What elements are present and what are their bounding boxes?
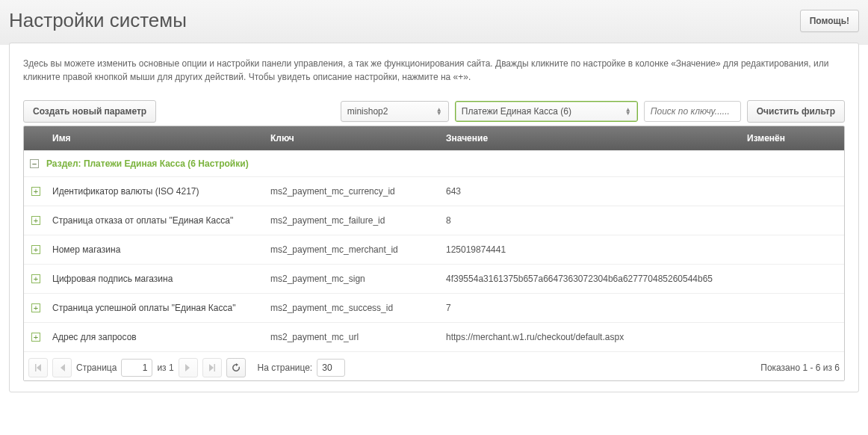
chevron-updown-icon: ▲▼ <box>625 108 631 115</box>
cell-name: Адрес для запросов <box>52 332 137 342</box>
panel-description: Здесь вы можете изменить основные опции … <box>23 57 845 84</box>
table-row[interactable]: Адрес для запросов ms2_payment_mc_url ht… <box>24 322 844 351</box>
cell-name: Страница успешной оплаты "Единая Касса" <box>52 303 235 313</box>
col-name-header[interactable]: Имя <box>45 126 263 150</box>
namespace-value: minishop2 <box>347 106 388 117</box>
page-title: Настройки системы <box>9 9 187 32</box>
cell-value[interactable]: 7 <box>444 303 734 313</box>
col-modified-header[interactable]: Изменён <box>740 126 844 150</box>
next-page-button[interactable] <box>179 358 198 377</box>
page-label: Страница <box>76 362 117 373</box>
expand-row-icon[interactable] <box>31 333 40 342</box>
chevron-updown-icon: ▲▼ <box>436 108 442 115</box>
cell-key: ms2_payment_mc_sign <box>269 274 444 284</box>
col-value-header[interactable]: Значение <box>438 126 740 150</box>
expand-row-icon[interactable] <box>31 303 40 312</box>
collapse-group-icon[interactable] <box>30 159 39 168</box>
cell-key: ms2_payment_mc_success_id <box>269 303 444 313</box>
table-row[interactable]: Страница отказа от оплаты "Единая Касса"… <box>24 206 844 235</box>
cell-name: Номер магазина <box>52 244 120 255</box>
group-row[interactable]: Раздел: Платежи Единая Касса (6 Настройк… <box>24 150 844 176</box>
cell-key: ms2_payment_mc_failure_id <box>269 215 444 226</box>
cell-value[interactable]: 4f39554a3161375b657a6647363072304b6a6277… <box>444 274 734 284</box>
col-key-header[interactable]: Ключ <box>263 126 438 150</box>
create-setting-button[interactable]: Создать новый параметр <box>23 100 156 123</box>
per-page-input[interactable] <box>317 359 345 377</box>
cell-name: Идентификатор валюты (ISO 4217) <box>52 186 199 197</box>
paging-toolbar: Страница из 1 На странице: Показано 1 - … <box>24 351 844 380</box>
expand-row-icon[interactable] <box>31 245 40 254</box>
table-row[interactable]: Цифровая подпись магазина ms2_payment_mc… <box>24 264 844 293</box>
page-of-label: из 1 <box>157 362 173 373</box>
table-row[interactable]: Идентификатор валюты (ISO 4217) ms2_paym… <box>24 176 844 206</box>
search-input[interactable] <box>644 101 741 122</box>
page-number-input[interactable] <box>121 359 152 377</box>
settings-grid: Имя Ключ Значение Изменён Раздел: Платеж… <box>23 126 845 381</box>
cell-value[interactable]: 643 <box>444 186 734 197</box>
grid-header: Имя Ключ Значение Изменён <box>24 126 844 150</box>
expand-row-icon[interactable] <box>31 274 40 283</box>
last-page-button[interactable] <box>202 358 222 377</box>
help-button[interactable]: Помощь! <box>800 10 859 32</box>
cell-key: ms2_payment_mc_merchant_id <box>269 244 444 255</box>
area-select[interactable]: Платежи Единая Касса (6) ▲▼ <box>455 101 638 122</box>
table-row[interactable]: Страница успешной оплаты "Единая Касса" … <box>24 293 844 322</box>
expand-row-icon[interactable] <box>31 216 40 225</box>
paging-status: Показано 1 - 6 из 6 <box>760 362 840 373</box>
per-page-label: На странице: <box>258 362 313 373</box>
first-page-button[interactable] <box>28 358 48 377</box>
namespace-select[interactable]: minishop2 ▲▼ <box>341 101 449 122</box>
cell-name: Страница отказа от оплаты "Единая Касса" <box>52 215 233 226</box>
area-value: Платежи Единая Касса (6) <box>462 106 571 117</box>
refresh-button[interactable] <box>226 358 246 377</box>
settings-panel: Здесь вы можете изменить основные опции … <box>9 43 859 392</box>
table-row[interactable]: Номер магазина ms2_payment_mc_merchant_i… <box>24 235 844 264</box>
cell-name: Цифровая подпись магазина <box>52 274 173 284</box>
cell-key: ms2_payment_mc_url <box>269 332 444 342</box>
prev-page-button[interactable] <box>52 358 72 377</box>
expand-row-icon[interactable] <box>31 187 40 196</box>
toolbar: Создать новый параметр minishop2 ▲▼ Плат… <box>23 100 845 123</box>
clear-filter-button[interactable]: Очистить фильтр <box>747 100 845 123</box>
cell-key: ms2_payment_mc_currency_id <box>269 186 444 197</box>
group-label: Раздел: Платежи Единая Касса (6 Настройк… <box>46 158 249 169</box>
cell-value[interactable]: 125019874441 <box>444 244 734 255</box>
cell-value[interactable]: https://merchant.w1.ru/checkout/default.… <box>444 332 734 342</box>
cell-value[interactable]: 8 <box>444 215 734 226</box>
